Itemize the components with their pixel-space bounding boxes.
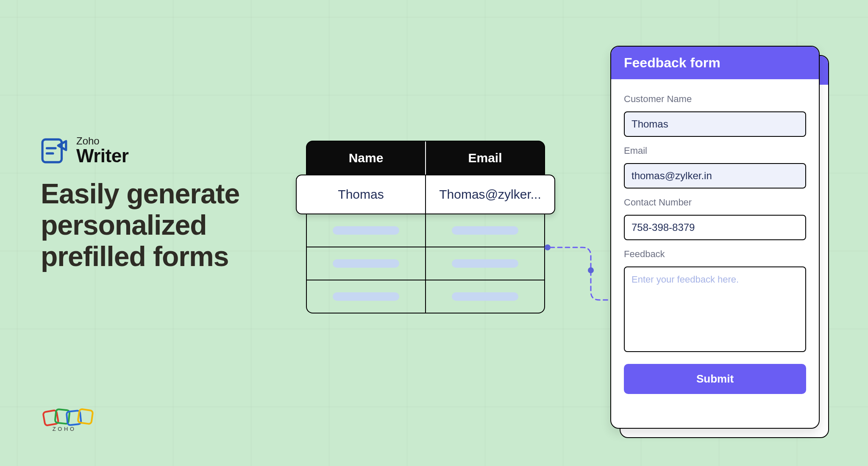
label-contact-number: Contact Number (624, 197, 806, 208)
skeleton-bar (333, 226, 399, 235)
cell-placeholder (426, 247, 544, 280)
form-title: Feedback form (611, 47, 819, 79)
table-header-email: Email (426, 141, 544, 175)
connector-line (544, 244, 616, 308)
svg-point-7 (545, 244, 551, 250)
table-body (306, 214, 545, 313)
cell-placeholder (426, 214, 544, 247)
label-customer-name: Customer Name (624, 94, 806, 105)
cell-placeholder (307, 247, 426, 280)
zoho-text: ZOHO (53, 426, 76, 432)
cell-email: Thomas@zylker... (426, 175, 554, 214)
cell-name: Thomas (297, 175, 426, 214)
data-table: Name Email Thomas Thomas@zylker... (306, 141, 545, 313)
form-card: Feedback form Customer Name Email Contac… (610, 46, 820, 429)
table-row (307, 247, 544, 280)
input-contact-number[interactable] (624, 215, 806, 240)
svg-point-8 (588, 267, 594, 273)
brand-kicker: Zoho (76, 136, 128, 146)
cell-placeholder (307, 280, 426, 313)
brand-name: Writer (76, 146, 128, 166)
table-header-name: Name (307, 141, 426, 175)
table-row-highlighted: Thomas Thomas@zylker... (296, 175, 555, 214)
label-email: Email (624, 145, 806, 156)
input-email[interactable] (624, 163, 806, 189)
table-row (307, 280, 544, 313)
label-feedback: Feedback (624, 249, 806, 260)
skeleton-bar (333, 259, 399, 268)
skeleton-bar (452, 226, 518, 235)
skeleton-bar (452, 292, 518, 301)
cell-placeholder (426, 280, 544, 313)
form-stack: Feedback form Customer Name Email Contac… (610, 46, 820, 429)
left-column: Zoho Writer Easily generate personalized… (41, 136, 295, 272)
table-row (307, 214, 544, 247)
svg-rect-0 (42, 139, 61, 162)
headline: Easily generate personalized prefilled f… (41, 178, 295, 272)
table-header: Name Email (306, 141, 545, 175)
input-customer-name[interactable] (624, 111, 806, 137)
writer-icon (41, 137, 69, 165)
skeleton-bar (333, 292, 399, 301)
illustration-canvas: Zoho Writer Easily generate personalized… (19, 17, 849, 449)
brand-lockup: Zoho Writer (41, 136, 295, 166)
skeleton-bar (452, 259, 518, 268)
textarea-feedback[interactable] (624, 266, 806, 352)
submit-button[interactable]: Submit (624, 364, 806, 394)
zoho-logo: ZOHO (41, 405, 97, 432)
cell-placeholder (307, 214, 426, 247)
